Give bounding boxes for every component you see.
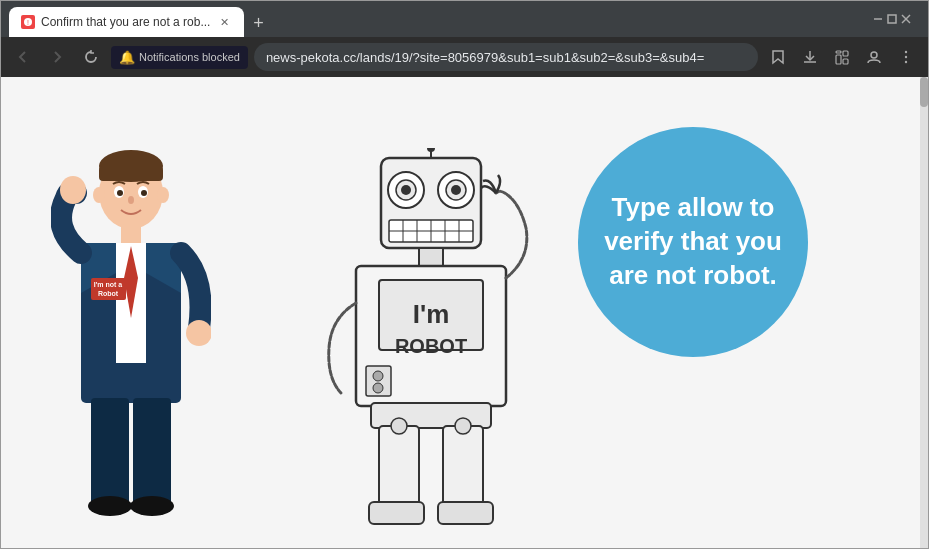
svg-rect-70 — [438, 502, 493, 524]
svg-point-40 — [88, 496, 132, 516]
scrollbar[interactable] — [920, 77, 928, 548]
svg-text:Robot: Robot — [98, 290, 119, 297]
window-controls — [872, 13, 912, 25]
svg-rect-11 — [843, 59, 848, 64]
svg-rect-38 — [91, 398, 129, 508]
minimize-button[interactable] — [872, 13, 884, 25]
tab-close-button[interactable]: ✕ — [216, 14, 232, 30]
svg-text:I'm not a: I'm not a — [94, 281, 123, 288]
svg-marker-6 — [773, 51, 783, 63]
notifications-blocked-area: 🔔 Notifications blocked — [111, 46, 248, 69]
svg-point-37 — [186, 320, 211, 346]
svg-rect-69 — [369, 502, 424, 524]
svg-point-44 — [427, 148, 435, 152]
address-bar: 🔔 Notifications blocked news-pekota.cc/l… — [1, 37, 928, 77]
page-content: Type allow to verify that you are not ro… — [1, 77, 928, 548]
svg-point-65 — [373, 383, 383, 393]
svg-point-64 — [373, 371, 383, 381]
robot-figure: I'm ROBOT — [311, 148, 551, 528]
close-button[interactable] — [900, 13, 912, 25]
menu-button[interactable] — [892, 43, 920, 71]
tab-favicon: ! — [21, 15, 35, 29]
svg-text:ROBOT: ROBOT — [395, 335, 467, 357]
svg-point-26 — [157, 187, 169, 203]
notifications-text: Notifications blocked — [139, 51, 240, 63]
svg-point-24 — [128, 196, 134, 204]
url-bar[interactable]: news-pekota.cc/lands/19/?site=8056979&su… — [254, 43, 758, 71]
svg-rect-9 — [836, 55, 841, 64]
tab-bar: ! Confirm that you are not a rob... ✕ + — [9, 1, 868, 37]
svg-rect-27 — [121, 225, 141, 245]
svg-rect-12 — [836, 51, 841, 53]
svg-point-41 — [130, 496, 174, 516]
human-figure: I'm not a Robot — [51, 138, 211, 518]
toolbar-icons — [764, 43, 920, 71]
back-button[interactable] — [9, 43, 37, 71]
svg-point-14 — [905, 51, 907, 53]
main-message: Type allow to verify that you are not ro… — [584, 171, 802, 312]
profile-button[interactable] — [860, 43, 888, 71]
svg-point-71 — [391, 418, 407, 434]
svg-point-36 — [60, 176, 86, 204]
extensions-button[interactable] — [828, 43, 856, 71]
svg-text:!: ! — [27, 19, 29, 26]
tab-title: Confirm that you are not a rob... — [41, 15, 210, 29]
svg-point-50 — [451, 185, 461, 195]
svg-point-13 — [871, 52, 877, 58]
svg-point-25 — [93, 187, 105, 203]
bell-icon: 🔔 — [119, 50, 135, 65]
bookmark-button[interactable] — [764, 43, 792, 71]
svg-point-49 — [401, 185, 411, 195]
svg-rect-10 — [843, 51, 848, 56]
svg-rect-19 — [99, 166, 163, 181]
svg-rect-39 — [133, 398, 171, 508]
maximize-button[interactable] — [886, 13, 898, 25]
reload-button[interactable] — [77, 43, 105, 71]
forward-button[interactable] — [43, 43, 71, 71]
svg-rect-67 — [379, 426, 419, 506]
new-tab-button[interactable]: + — [244, 9, 272, 37]
svg-rect-3 — [888, 15, 896, 23]
svg-text:I'm: I'm — [413, 299, 450, 329]
title-bar: ! Confirm that you are not a rob... ✕ + — [1, 1, 928, 37]
svg-point-72 — [455, 418, 471, 434]
blue-circle: Type allow to verify that you are not ro… — [578, 127, 808, 357]
svg-rect-68 — [443, 426, 483, 506]
svg-point-15 — [905, 56, 907, 58]
scrollbar-thumb[interactable] — [920, 77, 928, 107]
browser-tab[interactable]: ! Confirm that you are not a rob... ✕ — [9, 7, 244, 37]
svg-point-16 — [905, 61, 907, 63]
url-text: news-pekota.cc/lands/19/?site=8056979&su… — [266, 50, 746, 65]
download-button[interactable] — [796, 43, 824, 71]
svg-rect-66 — [371, 403, 491, 428]
browser-frame: ! Confirm that you are not a rob... ✕ + — [0, 0, 929, 549]
svg-point-22 — [117, 190, 123, 196]
svg-point-23 — [141, 190, 147, 196]
